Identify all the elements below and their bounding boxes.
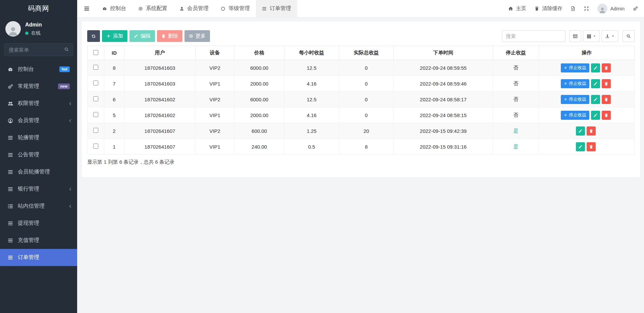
delete-row-button[interactable] bbox=[602, 111, 611, 120]
edit-row-button[interactable] bbox=[591, 79, 600, 88]
add-label: 添加 bbox=[113, 33, 123, 39]
cell-total-profit: 0 bbox=[339, 60, 394, 76]
column-header[interactable]: 操作 bbox=[539, 46, 635, 60]
more-button[interactable]: 更多 bbox=[184, 30, 210, 42]
column-header[interactable]: 每小时收益 bbox=[284, 46, 339, 60]
row-checkbox[interactable] bbox=[93, 112, 98, 117]
fullscreen-button[interactable] bbox=[584, 6, 589, 11]
sidebar-item-general[interactable]: 常规管理new bbox=[0, 78, 77, 95]
toggle-view-button[interactable] bbox=[569, 30, 581, 42]
x-icon bbox=[564, 82, 567, 85]
sidebar-item-member[interactable]: 会员管理 bbox=[0, 112, 77, 129]
row-checkbox[interactable] bbox=[93, 96, 98, 101]
user-avatar[interactable] bbox=[5, 21, 21, 37]
sidebar-item-message[interactable]: 站内信管理 bbox=[0, 198, 77, 215]
edit-row-button[interactable] bbox=[591, 111, 600, 120]
sidebar-item-recharge[interactable]: 充值管理 bbox=[0, 232, 77, 249]
edit-row-button[interactable] bbox=[576, 126, 585, 136]
cell-user: 18702641603 bbox=[124, 76, 196, 92]
stop-profit-button[interactable]: 停止收益 bbox=[561, 63, 589, 72]
sidebar-item-carousel[interactable]: 轮播管理 bbox=[0, 129, 77, 146]
row-checkbox[interactable] bbox=[93, 65, 98, 70]
cell-id: 2 bbox=[104, 123, 124, 139]
pencil-icon bbox=[593, 82, 598, 86]
sidebar-item-console[interactable]: 控制台hot bbox=[0, 61, 77, 78]
stop-profit-button[interactable]: 停止收益 bbox=[561, 79, 589, 88]
column-header[interactable]: ID bbox=[104, 46, 124, 60]
row-checkbox[interactable] bbox=[93, 128, 98, 133]
cell-actions: 停止收益 bbox=[539, 92, 635, 107]
delete-row-button[interactable] bbox=[602, 95, 611, 104]
cell-order-time: 2022-09-15 09:31:16 bbox=[394, 139, 493, 155]
home-link[interactable]: 主页 bbox=[508, 5, 526, 12]
row-checkbox[interactable] bbox=[93, 81, 98, 86]
tab-label: 会员管理 bbox=[187, 5, 209, 12]
stop-profit-label: 停止收益 bbox=[569, 65, 586, 71]
tab-level[interactable]: 等级管理 bbox=[215, 0, 256, 17]
cell-hourly-profit: 12.5 bbox=[284, 92, 339, 107]
tab-system-config[interactable]: 系统配置 bbox=[132, 0, 173, 17]
select-all-checkbox[interactable] bbox=[93, 50, 98, 55]
tab-order[interactable]: 订单管理 bbox=[256, 0, 297, 17]
column-header[interactable]: 实际总收益 bbox=[339, 46, 394, 60]
export-button[interactable] bbox=[601, 30, 618, 42]
chevron-left-icon bbox=[68, 102, 72, 106]
sidebar-item-bank[interactable]: 银行管理 bbox=[0, 180, 77, 198]
tab-label: 系统配置 bbox=[146, 5, 167, 12]
chevron-left-icon bbox=[68, 187, 72, 191]
document-icon bbox=[571, 6, 576, 11]
column-header[interactable]: 设备 bbox=[196, 46, 234, 60]
sidebar-item-label: 公告管理 bbox=[18, 151, 72, 158]
content-panel: 添加 编辑 删除 更多 bbox=[82, 21, 640, 177]
delete-row-button[interactable] bbox=[602, 79, 611, 88]
edit-row-button[interactable] bbox=[591, 63, 600, 72]
delete-button[interactable]: 删除 bbox=[157, 30, 182, 42]
cell-total-profit: 0 bbox=[339, 76, 394, 92]
clear-cache-link[interactable]: 清除缓存 bbox=[534, 5, 562, 12]
delete-row-button[interactable] bbox=[602, 63, 611, 72]
bars-icon bbox=[7, 255, 13, 260]
cell-user: 18702641607 bbox=[124, 139, 196, 155]
add-button[interactable]: 添加 bbox=[102, 30, 127, 42]
sidebar-item-permission[interactable]: 权限管理 bbox=[0, 95, 77, 112]
row-checkbox[interactable] bbox=[93, 144, 98, 149]
tab-member[interactable]: 会员管理 bbox=[173, 0, 215, 17]
sidebar-item-member-carousel[interactable]: 会员轮播管理 bbox=[0, 163, 77, 180]
advanced-search-button[interactable] bbox=[623, 30, 635, 42]
bars-icon bbox=[262, 6, 267, 11]
sidebar-item-label: 会员轮播管理 bbox=[18, 168, 72, 175]
edit-button[interactable]: 编辑 bbox=[129, 30, 155, 42]
sidebar-item-withdraw[interactable]: 提现管理 bbox=[0, 215, 77, 232]
cell-id: 5 bbox=[104, 107, 124, 123]
sidebar-search-input[interactable] bbox=[4, 43, 73, 56]
column-header[interactable]: 价格 bbox=[234, 46, 284, 60]
delete-row-button[interactable] bbox=[587, 142, 596, 151]
cell-price: 2000.00 bbox=[234, 107, 284, 123]
language-button[interactable] bbox=[571, 6, 576, 11]
cell-order-time: 2022-09-24 08:59:55 bbox=[394, 60, 493, 76]
column-header[interactable]: 下单时间 bbox=[394, 46, 493, 60]
user-menu[interactable]: Admin bbox=[597, 4, 625, 14]
column-header[interactable]: 停止收益 bbox=[493, 46, 539, 60]
columns-button[interactable] bbox=[583, 30, 600, 42]
stop-profit-button[interactable]: 停止收益 bbox=[561, 95, 589, 104]
trash-icon bbox=[589, 129, 593, 133]
table-search-input[interactable] bbox=[502, 30, 566, 42]
stop-profit-button[interactable]: 停止收益 bbox=[561, 111, 589, 120]
menu-toggle-icon[interactable] bbox=[77, 0, 96, 17]
column-header[interactable]: 用户 bbox=[124, 46, 196, 60]
search-icon bbox=[626, 34, 631, 39]
chevron-left-icon bbox=[68, 119, 72, 123]
checkbox-cell bbox=[88, 107, 104, 123]
settings-button[interactable] bbox=[633, 6, 638, 11]
tab-console[interactable]: 控制台 bbox=[96, 0, 132, 17]
edit-row-button[interactable] bbox=[591, 95, 600, 104]
sidebar-item-announcement[interactable]: 公告管理 bbox=[0, 146, 77, 163]
refresh-button[interactable] bbox=[87, 30, 100, 42]
delete-row-button[interactable] bbox=[587, 126, 596, 136]
edit-row-button[interactable] bbox=[576, 142, 585, 151]
cell-stopped: 否 bbox=[493, 107, 539, 123]
sidebar-item-order[interactable]: 订单管理 bbox=[0, 249, 77, 266]
cell-id: 7 bbox=[104, 76, 124, 92]
cell-actions: 停止收益 bbox=[539, 76, 635, 92]
